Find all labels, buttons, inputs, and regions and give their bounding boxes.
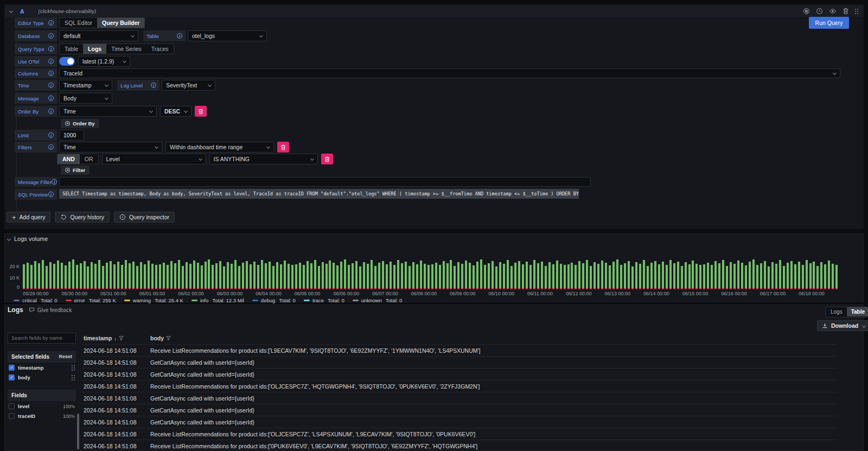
info-icon[interactable]: [48, 59, 54, 64]
filter-field-select[interactable]: Time: [59, 142, 162, 153]
remove-filter2-button[interactable]: [321, 154, 333, 164]
filter2-operator-select[interactable]: IS ANYTHING: [209, 154, 318, 164]
filter-funnel-icon[interactable]: [166, 336, 171, 341]
order-by-field-select[interactable]: Time: [59, 106, 157, 117]
editor-type-option-sql-editor[interactable]: SQL Editor: [60, 18, 97, 28]
legend-item-unknown[interactable]: unknownTotal: 0: [353, 297, 403, 303]
checkbox-checked[interactable]: [9, 365, 15, 371]
remove-filter-button[interactable]: [277, 142, 289, 153]
add-query-button[interactable]: + Add query: [7, 212, 50, 223]
table-row[interactable]: 2024-06-18 14:51:08GetCartAsync called w…: [81, 368, 837, 380]
drag-handle-icon[interactable]: [72, 375, 75, 380]
info-icon[interactable]: [48, 46, 54, 52]
columns-multiselect[interactable]: TraceId: [59, 68, 840, 78]
filter-bool-option-or[interactable]: OR: [80, 154, 98, 164]
duplicate-icon[interactable]: [803, 8, 810, 15]
query-history-button[interactable]: Query history: [55, 212, 109, 223]
eye-icon[interactable]: [829, 8, 837, 15]
use-otel-toggle[interactable]: [59, 57, 75, 66]
volume-bar: [654, 261, 656, 289]
x-axis-tick: 06/16 00:00: [721, 291, 747, 296]
history-clock-icon[interactable]: [816, 8, 823, 15]
table-row[interactable]: 2024-06-18 14:51:08Receive ListRecommend…: [81, 380, 837, 392]
editor-type-option-query-builder[interactable]: Query Builder: [97, 18, 144, 28]
info-icon[interactable]: [48, 20, 54, 26]
time-column-select[interactable]: Timestamp: [59, 80, 112, 91]
filter2-field-select[interactable]: Level: [102, 154, 206, 164]
volume-bar: [269, 262, 271, 289]
info-icon[interactable]: [48, 71, 54, 76]
scrollbar[interactable]: [77, 414, 79, 449]
table-row[interactable]: 2024-06-18 14:51:08Receive ListRecommend…: [81, 440, 837, 451]
message-column-select[interactable]: Body: [59, 93, 112, 104]
info-icon[interactable]: [48, 96, 54, 101]
legend-item-info[interactable]: infoTotal: 12.3 Mil: [192, 297, 244, 303]
timestamp-column-header[interactable]: timestamp: [81, 335, 150, 341]
info-icon[interactable]: [52, 179, 57, 185]
x-axis-tick: 06/06 00:00: [333, 291, 359, 296]
table-row[interactable]: 2024-06-18 14:51:08Receive ListRecommend…: [81, 428, 837, 440]
legend-item-trace[interactable]: traceTotal: 0: [304, 297, 344, 303]
query-type-option-table[interactable]: Table: [60, 44, 83, 54]
query-row-header[interactable]: A (clickhouse-observability): [4, 5, 864, 17]
info-icon[interactable]: [48, 132, 54, 138]
trash-icon[interactable]: [843, 8, 849, 15]
sort-desc-icon[interactable]: [114, 335, 117, 341]
filter-operator-select[interactable]: Within dashboard time range: [165, 142, 274, 153]
sql-preview-text[interactable]: SELECT Timestamp as timestamp, Body as b…: [59, 189, 579, 199]
info-icon[interactable]: [48, 82, 54, 88]
collapse-chevron-icon[interactable]: [7, 237, 11, 240]
info-icon[interactable]: [48, 144, 54, 150]
query-ref-id: A: [20, 8, 24, 15]
legend-item-critical[interactable]: criticalTotal: 0: [14, 297, 58, 303]
drag-handle-icon[interactable]: [72, 365, 75, 371]
run-query-button[interactable]: Run Query: [809, 17, 849, 29]
give-feedback-link[interactable]: Give feedback: [29, 307, 72, 313]
message-filter-input[interactable]: [59, 177, 591, 187]
search-fields-input[interactable]: [8, 333, 76, 344]
otel-version-select[interactable]: latest (1.2.9): [78, 56, 130, 67]
legend-item-error[interactable]: errorTotal: 255 K: [66, 297, 116, 303]
query-type-option-traces[interactable]: Traces: [146, 44, 174, 54]
x-axis-tick: 06/07 00:00: [372, 291, 398, 296]
body-column-header[interactable]: body: [150, 335, 837, 341]
info-icon[interactable]: [48, 33, 54, 39]
logs-volume-title[interactable]: Logs volume: [8, 236, 48, 242]
download-button[interactable]: Download: [817, 320, 868, 331]
filter-funnel-icon[interactable]: [119, 336, 124, 341]
collapse-chevron-icon[interactable]: [9, 9, 13, 13]
drag-handle-icon[interactable]: [855, 9, 858, 14]
info-icon[interactable]: [48, 109, 54, 114]
checkbox-unchecked[interactable]: [9, 413, 15, 419]
volume-bar: [564, 265, 566, 289]
table-row[interactable]: 2024-06-18 14:51:08GetCartAsync called w…: [81, 392, 837, 404]
info-icon[interactable]: [48, 192, 54, 197]
logs-volume-chart[interactable]: [23, 248, 838, 289]
checkbox-unchecked[interactable]: [9, 403, 15, 409]
order-by-direction-select[interactable]: DESC: [160, 106, 192, 117]
reset-button[interactable]: Reset: [59, 354, 72, 359]
x-axis-tick: 06/17 00:00: [760, 291, 786, 296]
info-icon[interactable]: [151, 82, 156, 88]
view-toggle-option-logs[interactable]: Logs: [826, 307, 847, 316]
add-filter-button[interactable]: Filter: [61, 166, 90, 175]
log-level-select[interactable]: SeverityText: [162, 80, 215, 91]
table-select[interactable]: otel_logs: [188, 30, 267, 41]
query-type-option-logs[interactable]: Logs: [83, 44, 106, 54]
view-toggle-option-table[interactable]: Table: [847, 307, 868, 316]
table-row[interactable]: 2024-06-18 14:51:08GetCartAsync called w…: [81, 404, 837, 416]
info-icon[interactable]: [177, 33, 182, 39]
query-inspector-button[interactable]: Query inspector: [114, 212, 175, 223]
legend-item-debug[interactable]: debugTotal: 0: [252, 297, 296, 303]
table-row[interactable]: 2024-06-18 14:51:08Receive ListRecommend…: [81, 344, 837, 356]
database-select[interactable]: default: [59, 30, 138, 41]
query-type-option-time-series[interactable]: Time Series: [106, 44, 146, 54]
remove-order-by-button[interactable]: [195, 106, 207, 117]
checkbox-checked[interactable]: [9, 374, 15, 380]
table-row[interactable]: 2024-06-18 14:51:08GetCartAsync called w…: [81, 356, 837, 368]
table-row[interactable]: 2024-06-18 14:51:08GetCartAsync called w…: [81, 416, 837, 428]
filter-bool-option-and[interactable]: AND: [58, 154, 80, 164]
limit-input[interactable]: 1000: [59, 130, 84, 141]
add-order-by-button[interactable]: Order By: [61, 119, 99, 128]
legend-item-warning[interactable]: warningTotal: 25.4 K: [124, 297, 183, 303]
